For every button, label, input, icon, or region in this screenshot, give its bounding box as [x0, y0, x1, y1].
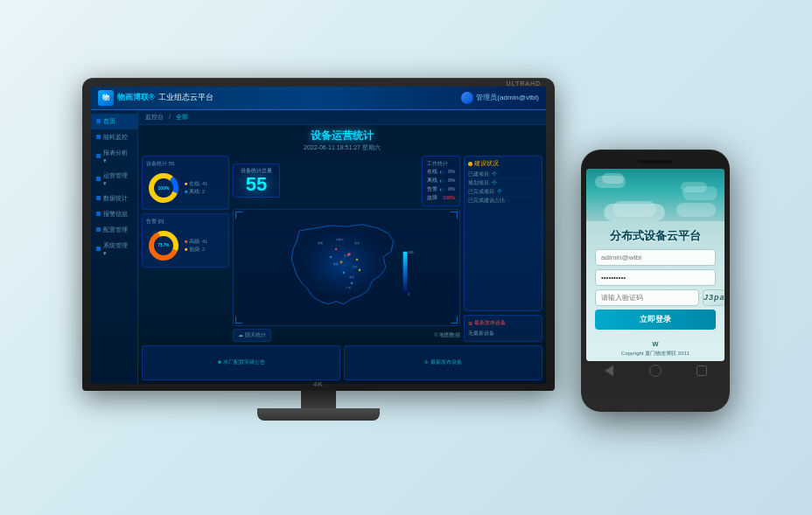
alarm-item-4: 已完成建设占比: - — [468, 197, 538, 205]
cloud-6 — [604, 204, 665, 221]
svg-text:100%: 100% — [158, 185, 170, 191]
footer-copyright: Copyright 厦门物连博联 2011 — [595, 350, 716, 358]
map-bottom-bar: ☁ 阴天统计 © 地图数据 — [233, 329, 460, 342]
sidebar-item-home[interactable]: 首页 — [91, 114, 137, 129]
center-map: 设备统计总量 55 工作统计 在线 — [233, 156, 460, 342]
datetime: 2022-06-11 18:51:27 星期六 — [142, 143, 542, 152]
stat-row-2: 离线 0% — [427, 177, 455, 185]
donut-legend-2: ■ 高级: 41 ■ 低级: 2 — [185, 238, 207, 254]
cloud-7 — [676, 203, 716, 217]
monitor-stand-neck — [301, 391, 336, 408]
captcha-input[interactable] — [595, 289, 699, 306]
china-map-svg: 新疆 内蒙古 黑龙 北京 陕西 山东 湖北 广东 — [234, 210, 459, 325]
svg-text:陕西: 陕西 — [333, 262, 339, 266]
phone-bottom-nav — [586, 361, 724, 377]
sidebar-label-system: 系统管理 ▾ — [103, 241, 132, 257]
dash-sub-header: 监控台 / 全部 — [138, 110, 546, 125]
right-panel: 建设状况 已建项目: 个 规划项目: 个 — [464, 156, 542, 342]
bottom-left-panel: ★ 水厂配置等级公告 — [142, 345, 340, 380]
login-button[interactable]: 立即登录 — [595, 310, 716, 330]
captcha-image[interactable]: J3pa — [703, 289, 724, 306]
sidebar-item-alarm[interactable]: 报警信息 — [91, 206, 137, 222]
sidebar-item-energy[interactable]: 能耗监控 — [91, 129, 137, 145]
sidebar-item-report[interactable]: 报表分析 ▾ — [91, 145, 137, 168]
sidebar-item-system[interactable]: 系统管理 ▾ — [91, 238, 137, 261]
bottom-row: ★ 水厂配置等级公告 ⊕ 最新发布设备 — [142, 345, 542, 380]
device-item-1: 无最新设备 — [468, 330, 538, 338]
footer-logo-char: w — [595, 339, 716, 348]
dash-sidebar: 首页 能耗监控 报表分析 ▾ — [91, 110, 138, 384]
login-button-label: 立即登录 — [640, 315, 671, 324]
logo-brand: 物画博联® — [117, 92, 155, 103]
svg-text:黑龙: 黑龙 — [354, 241, 360, 245]
svg-point-19 — [330, 256, 332, 258]
alarm-item-3: 已完成项目: 个 — [468, 188, 538, 197]
sidebar-dot — [96, 119, 101, 123]
dash-body: 首页 能耗监控 报表分析 ▾ — [91, 110, 546, 384]
dash-main: 监控台 / 全部 设备运营统计 2022-06-11 18:51:27 星期六 — [138, 110, 546, 384]
phone-login-area: 分布式设备云平台 J3pa 立即登录 — [586, 221, 724, 361]
phone-bezel: 分布式设备云平台 J3pa 立即登录 — [581, 150, 730, 412]
username-input[interactable] — [595, 249, 716, 266]
sidebar-dot — [96, 154, 101, 158]
svg-rect-29 — [403, 252, 408, 294]
svg-point-16 — [343, 271, 345, 273]
sidebar-label-energy: 能耗监控 — [103, 133, 128, 142]
alarm-dot-icon — [468, 162, 472, 166]
back-button-icon[interactable] — [605, 365, 613, 376]
stat-row-1: 在线 0% — [427, 168, 455, 177]
alarm-detail-panel: 建设状况 已建项目: 个 规划项目: 个 — [464, 156, 542, 311]
svg-text:73.7%: 73.7% — [158, 243, 170, 247]
breadcrumb: 监控台 — [145, 113, 164, 122]
svg-point-17 — [351, 282, 353, 283]
sidebar-dot — [96, 177, 101, 181]
home-button-icon[interactable] — [649, 365, 662, 377]
monitor-screen: 物 物画博联® 工业组态云平台 👤 管理员(admin@vtbl) — [91, 87, 546, 384]
sidebar-item-config[interactable]: 配置管理 — [91, 222, 137, 238]
monitor-wrapper: 物 物画博联® 工业组态云平台 👤 管理员(admin@vtbl) — [82, 78, 555, 421]
cloud-4 — [681, 182, 707, 192]
svg-text:新疆: 新疆 — [318, 241, 323, 245]
svg-point-15 — [356, 259, 358, 261]
phone-speaker — [638, 160, 673, 164]
map-copyright: © 地图数据 — [434, 332, 460, 338]
sidebar-label-ops: 运营管理 ▾ — [103, 171, 132, 187]
scene-container: 物 物画博联® 工业组态云平台 👤 管理员(admin@vtbl) — [82, 78, 730, 438]
breadcrumb-active: 全部 — [176, 113, 188, 122]
svg-text:广东: 广东 — [346, 286, 351, 289]
device-panel-title: ⊕ 最新发布设备 — [468, 319, 538, 327]
stat-row-3: 告警 0% — [427, 185, 455, 194]
corner-bl — [235, 317, 242, 324]
donut-chart-1: 100% ■ 在线: 41 ■ 离线: 2 — [146, 171, 225, 205]
sidebar-item-ops[interactable]: 运营管理 ▾ — [91, 168, 137, 191]
big-number: 55 — [241, 175, 272, 194]
sidebar-dot — [96, 196, 101, 200]
content-row: 设备统计 55 100% — [142, 156, 542, 342]
phone-footer: w Copyright 厦门物连博联 2011 — [595, 336, 716, 361]
svg-text:湖北: 湖北 — [349, 275, 354, 279]
sidebar-item-data[interactable]: 数据统计 — [91, 191, 137, 206]
dashboard: 物 物画博联® 工业组态云平台 👤 管理员(admin@vtbl) — [91, 87, 546, 384]
sidebar-dot — [96, 212, 101, 216]
password-input[interactable] — [595, 269, 716, 286]
donut-legend-1: ■ 在线: 41 ■ 离线: 2 — [185, 180, 207, 196]
logo-icon: 物 — [98, 90, 114, 106]
big-number-panel: 设备统计总量 55 — [233, 164, 280, 198]
page-title: 设备运营统计 — [142, 129, 542, 143]
weather-badge: ☁ 阴天统计 — [233, 329, 271, 342]
content-title-bar: 设备运营统计 2022-06-11 18:51:27 星期六 — [142, 129, 542, 152]
donut-chart-2: 73.7% ■ 高级: 41 ■ 低级: 2 — [146, 228, 225, 263]
alarm-item-1: 已建项目: 个 — [468, 171, 538, 179]
bottom-left-text: ★ 水厂配置等级公告 — [217, 358, 266, 366]
alarm-panel-title: 建设状况 — [468, 160, 538, 168]
dash-user: 👤 管理员(admin@vtbl) — [461, 92, 539, 104]
corner-tr — [451, 212, 458, 219]
svg-text:2500: 2500 — [409, 251, 414, 254]
bottom-right-panel: ⊕ 最新发布设备 — [344, 345, 542, 380]
stats-mini-panel: 工作统计 在线 0% 离线 — [422, 156, 460, 206]
alarm-stats-panel: 告警 [0] 73.7% — [142, 213, 229, 268]
svg-point-20 — [335, 248, 337, 250]
corner-tl — [235, 212, 242, 219]
recents-button-icon[interactable] — [696, 365, 707, 376]
svg-point-18 — [359, 268, 360, 270]
